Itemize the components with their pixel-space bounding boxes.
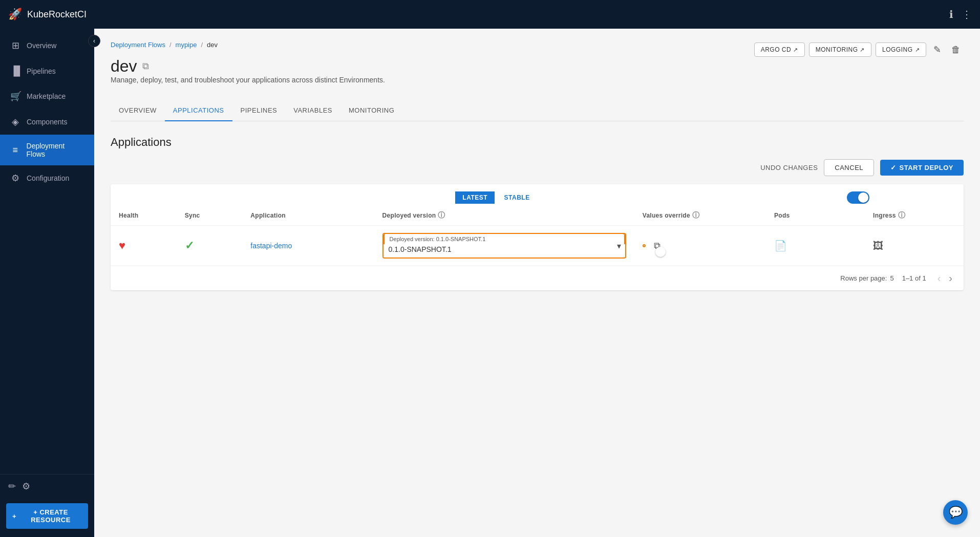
ingress-column-header: Ingress ⓘ — [865, 206, 964, 226]
monitoring-button[interactable]: MONITORING ↗ — [809, 42, 871, 57]
deployed-version-info-icon: ⓘ — [438, 211, 445, 220]
configuration-icon: ⚙ — [10, 173, 20, 184]
tab-variables[interactable]: VARIABLES — [285, 100, 340, 121]
argo-cd-label: ARGO CD — [761, 46, 792, 53]
values-override-info-icon: ⓘ — [692, 211, 699, 220]
edit-bottom-icon[interactable]: ✏ — [8, 481, 16, 492]
main-layout: ‹ ⊞ Overview ▐▌ Pipelines 🛒 Marketplace … — [0, 29, 980, 537]
pagination-next-button[interactable]: › — [946, 271, 955, 285]
pagination-info: 1–1 of 1 — [902, 274, 926, 282]
ingress-cell: 🖼 — [865, 226, 964, 266]
sidebar-item-label-deployment-flows: Deployment Flows — [27, 142, 84, 158]
start-deploy-button[interactable]: ✓ START DEPLOY — [880, 160, 964, 176]
sidebar-bottom: ✏ ⚙ — [0, 474, 94, 498]
applications-table-card: LATEST STABLE Health — [111, 184, 964, 290]
sidebar-item-label-configuration: Configuration — [27, 174, 69, 182]
application-cell: fastapi-demo — [242, 226, 374, 266]
marketplace-icon: 🛒 — [10, 91, 20, 102]
chat-icon: 💬 — [949, 506, 963, 519]
rows-per-page-value[interactable]: 5 — [890, 274, 893, 282]
version-select-wrapper: Deployed version: 0.1.0-SNAPSHOT.1 0.1.0… — [382, 233, 626, 259]
breadcrumb-mypipe[interactable]: mypipe — [176, 41, 197, 49]
global-toggle[interactable] — [847, 191, 869, 204]
sidebar: ‹ ⊞ Overview ▐▌ Pipelines 🛒 Marketplace … — [0, 29, 94, 537]
overview-icon: ⊞ — [10, 40, 20, 51]
nav-actions: ℹ ⋮ — [949, 8, 972, 20]
pods-cell: 📄 — [766, 226, 865, 266]
page-header: Deployment Flows / mypipe / dev dev ⧉ Ma… — [111, 41, 964, 96]
pods-column-header: Pods — [766, 206, 865, 226]
pipelines-icon: ▐▌ — [10, 66, 20, 76]
rows-per-page: Rows per page: 5 — [840, 274, 893, 282]
sidebar-item-marketplace[interactable]: 🛒 Marketplace — [0, 83, 94, 109]
settings-bottom-icon[interactable]: ⚙ — [22, 481, 30, 492]
version-filter-buttons: LATEST STABLE — [455, 191, 537, 204]
sidebar-item-label-overview: Overview — [27, 41, 56, 50]
sidebar-item-overview[interactable]: ⊞ Overview — [0, 33, 94, 58]
logging-external-icon: ↗ — [915, 47, 920, 53]
monitoring-external-icon: ↗ — [860, 47, 865, 53]
values-override-toggle-border — [643, 244, 646, 247]
sidebar-nav: ⊞ Overview ▐▌ Pipelines 🛒 Marketplace ◈ … — [0, 29, 94, 474]
start-deploy-label: START DEPLOY — [900, 164, 953, 171]
chat-fab-button[interactable]: 💬 — [943, 500, 968, 525]
sidebar-item-configuration[interactable]: ⚙ Configuration — [0, 165, 94, 191]
health-column-header: Health — [111, 206, 177, 226]
pods-file-icon[interactable]: 📄 — [774, 240, 787, 251]
application-link[interactable]: fastapi-demo — [250, 242, 292, 250]
create-resource-label: + CREATE RESOURCE — [19, 508, 82, 524]
top-navbar: 🚀 KubeRocketCI ℹ ⋮ — [0, 0, 980, 29]
sidebar-item-label-marketplace: Marketplace — [27, 92, 66, 100]
breadcrumb-deployment-flows[interactable]: Deployment Flows — [111, 41, 165, 49]
version-select-arrow-icon: ▾ — [617, 241, 621, 251]
page-subtitle: Manage, deploy, test, and troubleshoot y… — [111, 76, 385, 84]
logging-label: LOGGING — [882, 46, 913, 53]
application-column-header: Application — [242, 206, 374, 226]
sidebar-item-pipelines[interactable]: ▐▌ Pipelines — [0, 58, 94, 83]
edit-icon-button[interactable]: ✎ — [930, 41, 944, 58]
tab-monitoring[interactable]: MONITORING — [340, 100, 402, 121]
latest-filter-button[interactable]: LATEST — [455, 191, 495, 204]
values-override-cell: ⧉ — [634, 226, 766, 266]
stable-filter-button[interactable]: STABLE — [497, 191, 537, 204]
breadcrumb-sep-2: / — [201, 41, 203, 49]
sidebar-item-components[interactable]: ◈ Components — [0, 109, 94, 135]
more-nav-icon[interactable]: ⋮ — [962, 8, 972, 20]
applications-table: Health Sync Application Deployed version… — [111, 206, 964, 266]
deployed-version-column-header: Deployed version ⓘ — [374, 206, 634, 226]
ingress-info-icon: ⓘ — [898, 211, 905, 220]
page-title-row: dev ⧉ — [111, 57, 385, 76]
monitoring-label: MONITORING — [816, 46, 858, 53]
deployed-version-cell: Deployed version: 0.1.0-SNAPSHOT.1 0.1.0… — [374, 226, 634, 266]
breadcrumb-sep-1: / — [169, 41, 172, 49]
sidebar-collapse-button[interactable]: ‹ — [88, 35, 100, 47]
tab-applications[interactable]: APPLICATIONS — [165, 100, 232, 121]
sync-check-icon: ✓ — [185, 239, 194, 252]
version-select[interactable]: 0.1.0-SNAPSHOT.1 — [384, 234, 527, 257]
action-bar: UNDO CHANGES CANCEL ✓ START DEPLOY — [111, 159, 964, 176]
argo-cd-button[interactable]: ARGO CD ↗ — [754, 42, 805, 57]
logging-button[interactable]: LOGGING ↗ — [876, 42, 926, 57]
copy-icon[interactable]: ⧉ — [142, 61, 149, 72]
create-resource-button[interactable]: + + CREATE RESOURCE — [6, 503, 88, 529]
tab-overview[interactable]: OVERVIEW — [111, 100, 165, 121]
table-row: ♥ ✓ fastapi-demo Deployed version: 0.1.0… — [111, 226, 964, 266]
info-nav-icon[interactable]: ℹ — [949, 8, 953, 20]
health-cell: ♥ — [111, 226, 177, 266]
deployment-flows-icon: ≡ — [10, 145, 20, 156]
cancel-button[interactable]: CANCEL — [824, 159, 874, 176]
plus-icon: + — [12, 512, 16, 520]
page-title: dev — [111, 57, 137, 76]
sidebar-item-deployment-flows[interactable]: ≡ Deployment Flows — [0, 135, 94, 165]
pagination-prev-button[interactable]: ‹ — [934, 271, 944, 285]
applications-section-title: Applications — [111, 136, 964, 149]
sidebar-item-label-pipelines: Pipelines — [27, 67, 56, 75]
rows-per-page-label: Rows per page: — [840, 274, 887, 282]
sidebar-item-label-components: Components — [27, 118, 67, 126]
undo-changes-button[interactable]: UNDO CHANGES — [760, 164, 818, 171]
app-name: KubeRocketCI — [27, 9, 87, 20]
argo-cd-external-icon: ↗ — [793, 47, 798, 53]
delete-icon-button[interactable]: 🗑 — [948, 41, 964, 58]
ingress-image-icon[interactable]: 🖼 — [873, 240, 883, 251]
tab-pipelines[interactable]: PIPELINES — [232, 100, 286, 121]
